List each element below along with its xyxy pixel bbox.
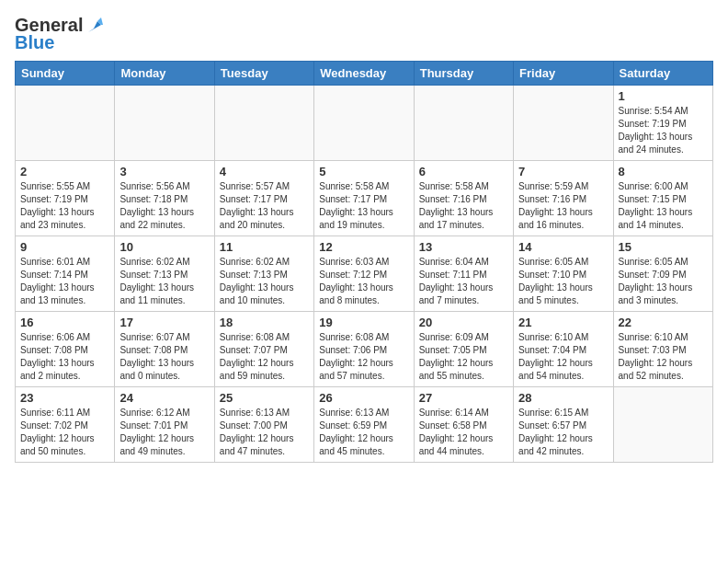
day-info: Sunrise: 6:07 AM Sunset: 7:08 PM Dayligh…: [119, 331, 209, 383]
day-number: 12: [319, 240, 408, 254]
day-number: 4: [220, 165, 309, 178]
day-number: 20: [419, 316, 508, 329]
weekday-header-tuesday: Tuesday: [214, 62, 313, 86]
day-info: Sunrise: 6:09 AM Sunset: 7:05 PM Dayligh…: [419, 331, 508, 383]
calendar-cell: 6Sunrise: 5:58 AM Sunset: 7:16 PM Daylig…: [414, 161, 513, 236]
day-number: 17: [119, 316, 209, 329]
calendar-cell: 9Sunrise: 6:01 AM Sunset: 7:14 PM Daylig…: [16, 236, 115, 312]
day-info: Sunrise: 6:05 AM Sunset: 7:10 PM Dayligh…: [518, 256, 608, 307]
calendar-cell: 3Sunrise: 5:56 AM Sunset: 7:18 PM Daylig…: [115, 161, 214, 236]
day-info: Sunrise: 5:55 AM Sunset: 7:19 PM Dayligh…: [20, 180, 109, 232]
day-info: Sunrise: 6:10 AM Sunset: 7:04 PM Dayligh…: [518, 331, 608, 383]
calendar-cell: [214, 86, 313, 161]
week-row-4: 16Sunrise: 6:06 AM Sunset: 7:08 PM Dayli…: [16, 312, 713, 387]
day-info: Sunrise: 6:04 AM Sunset: 7:11 PM Dayligh…: [419, 256, 508, 307]
day-info: Sunrise: 6:14 AM Sunset: 6:58 PM Dayligh…: [419, 407, 508, 458]
day-info: Sunrise: 6:13 AM Sunset: 7:00 PM Dayligh…: [220, 407, 309, 458]
weekday-header-sunday: Sunday: [16, 62, 115, 86]
weekday-header-friday: Friday: [514, 62, 613, 86]
calendar-cell: 17Sunrise: 6:07 AM Sunset: 7:08 PM Dayli…: [115, 312, 214, 387]
calendar-cell: 10Sunrise: 6:02 AM Sunset: 7:13 PM Dayli…: [115, 236, 214, 312]
calendar-cell: 11Sunrise: 6:02 AM Sunset: 7:13 PM Dayli…: [214, 236, 313, 312]
day-info: Sunrise: 6:10 AM Sunset: 7:03 PM Dayligh…: [619, 331, 708, 383]
calendar-cell: 27Sunrise: 6:14 AM Sunset: 6:58 PM Dayli…: [414, 387, 513, 463]
day-number: 10: [119, 240, 209, 254]
day-number: 27: [419, 391, 508, 405]
day-number: 15: [619, 240, 708, 254]
day-number: 14: [518, 240, 608, 254]
weekday-header-thursday: Thursday: [414, 62, 513, 86]
day-number: 28: [518, 391, 608, 405]
day-number: 21: [518, 316, 608, 329]
day-info: Sunrise: 6:12 AM Sunset: 7:01 PM Dayligh…: [119, 407, 209, 458]
day-number: 7: [518, 165, 608, 178]
day-info: Sunrise: 6:15 AM Sunset: 6:57 PM Dayligh…: [518, 407, 608, 458]
day-info: Sunrise: 5:58 AM Sunset: 7:16 PM Dayligh…: [419, 180, 508, 232]
day-info: Sunrise: 6:13 AM Sunset: 6:59 PM Dayligh…: [319, 407, 408, 458]
week-row-2: 2Sunrise: 5:55 AM Sunset: 7:19 PM Daylig…: [16, 161, 713, 236]
day-info: Sunrise: 5:57 AM Sunset: 7:17 PM Dayligh…: [220, 180, 309, 232]
calendar-cell: 24Sunrise: 6:12 AM Sunset: 7:01 PM Dayli…: [115, 387, 214, 463]
weekday-header-monday: Monday: [115, 62, 214, 86]
calendar-cell: [514, 86, 613, 161]
day-info: Sunrise: 5:58 AM Sunset: 7:17 PM Dayligh…: [319, 180, 408, 232]
day-info: Sunrise: 6:01 AM Sunset: 7:14 PM Dayligh…: [20, 256, 109, 307]
calendar-cell: 22Sunrise: 6:10 AM Sunset: 7:03 PM Dayli…: [613, 312, 712, 387]
day-number: 19: [319, 316, 408, 329]
day-number: 13: [419, 240, 508, 254]
calendar-cell: 25Sunrise: 6:13 AM Sunset: 7:00 PM Dayli…: [214, 387, 313, 463]
week-row-1: 1Sunrise: 5:54 AM Sunset: 7:19 PM Daylig…: [16, 86, 713, 161]
calendar-cell: 16Sunrise: 6:06 AM Sunset: 7:08 PM Dayli…: [16, 312, 115, 387]
day-number: 24: [119, 391, 209, 405]
day-number: 3: [119, 165, 209, 178]
day-number: 18: [220, 316, 309, 329]
day-info: Sunrise: 6:03 AM Sunset: 7:12 PM Dayligh…: [319, 256, 408, 307]
day-number: 11: [220, 240, 309, 254]
day-number: 23: [20, 391, 109, 405]
day-info: Sunrise: 5:54 AM Sunset: 7:19 PM Dayligh…: [619, 105, 708, 156]
day-number: 2: [20, 165, 109, 178]
calendar-cell: 5Sunrise: 5:58 AM Sunset: 7:17 PM Daylig…: [314, 161, 414, 236]
calendar-cell: 21Sunrise: 6:10 AM Sunset: 7:04 PM Dayli…: [514, 312, 613, 387]
day-info: Sunrise: 5:56 AM Sunset: 7:18 PM Dayligh…: [119, 180, 209, 232]
day-info: Sunrise: 6:05 AM Sunset: 7:09 PM Dayligh…: [619, 256, 708, 307]
calendar: SundayMondayTuesdayWednesdayThursdayFrid…: [15, 61, 713, 463]
calendar-cell: 18Sunrise: 6:08 AM Sunset: 7:07 PM Dayli…: [214, 312, 313, 387]
day-number: 5: [319, 165, 408, 178]
day-info: Sunrise: 6:08 AM Sunset: 7:07 PM Dayligh…: [220, 331, 309, 383]
day-info: Sunrise: 6:08 AM Sunset: 7:06 PM Dayligh…: [319, 331, 408, 383]
day-number: 22: [619, 316, 708, 329]
calendar-cell: 2Sunrise: 5:55 AM Sunset: 7:19 PM Daylig…: [16, 161, 115, 236]
calendar-cell: [613, 387, 712, 463]
day-number: 26: [319, 391, 408, 405]
calendar-cell: 20Sunrise: 6:09 AM Sunset: 7:05 PM Dayli…: [414, 312, 513, 387]
calendar-cell: 13Sunrise: 6:04 AM Sunset: 7:11 PM Dayli…: [414, 236, 513, 312]
calendar-cell: 19Sunrise: 6:08 AM Sunset: 7:06 PM Dayli…: [314, 312, 414, 387]
day-info: Sunrise: 6:02 AM Sunset: 7:13 PM Dayligh…: [119, 256, 209, 307]
day-info: Sunrise: 5:59 AM Sunset: 7:16 PM Dayligh…: [518, 180, 608, 232]
day-number: 1: [619, 89, 708, 103]
calendar-cell: 23Sunrise: 6:11 AM Sunset: 7:02 PM Dayli…: [16, 387, 115, 463]
logo-blue: Blue: [15, 32, 54, 53]
calendar-cell: 8Sunrise: 6:00 AM Sunset: 7:15 PM Daylig…: [613, 161, 712, 236]
calendar-cell: 7Sunrise: 5:59 AM Sunset: 7:16 PM Daylig…: [514, 161, 613, 236]
day-number: 16: [20, 316, 109, 329]
weekday-header-wednesday: Wednesday: [314, 62, 414, 86]
calendar-cell: 15Sunrise: 6:05 AM Sunset: 7:09 PM Dayli…: [613, 236, 712, 312]
day-number: 9: [20, 240, 109, 254]
logo-icon: [85, 16, 105, 36]
calendar-cell: 26Sunrise: 6:13 AM Sunset: 6:59 PM Dayli…: [314, 387, 414, 463]
day-number: 25: [220, 391, 309, 405]
calendar-cell: [414, 86, 513, 161]
calendar-cell: 4Sunrise: 5:57 AM Sunset: 7:17 PM Daylig…: [214, 161, 313, 236]
calendar-cell: [314, 86, 414, 161]
day-info: Sunrise: 6:11 AM Sunset: 7:02 PM Dayligh…: [20, 407, 109, 458]
day-number: 8: [619, 165, 708, 178]
calendar-cell: 12Sunrise: 6:03 AM Sunset: 7:12 PM Dayli…: [314, 236, 414, 312]
week-row-5: 23Sunrise: 6:11 AM Sunset: 7:02 PM Dayli…: [16, 387, 713, 463]
calendar-cell: 28Sunrise: 6:15 AM Sunset: 6:57 PM Dayli…: [514, 387, 613, 463]
day-info: Sunrise: 6:00 AM Sunset: 7:15 PM Dayligh…: [619, 180, 708, 232]
calendar-cell: 1Sunrise: 5:54 AM Sunset: 7:19 PM Daylig…: [613, 86, 712, 161]
calendar-cell: [16, 86, 115, 161]
page-header: General Blue: [15, 15, 713, 53]
